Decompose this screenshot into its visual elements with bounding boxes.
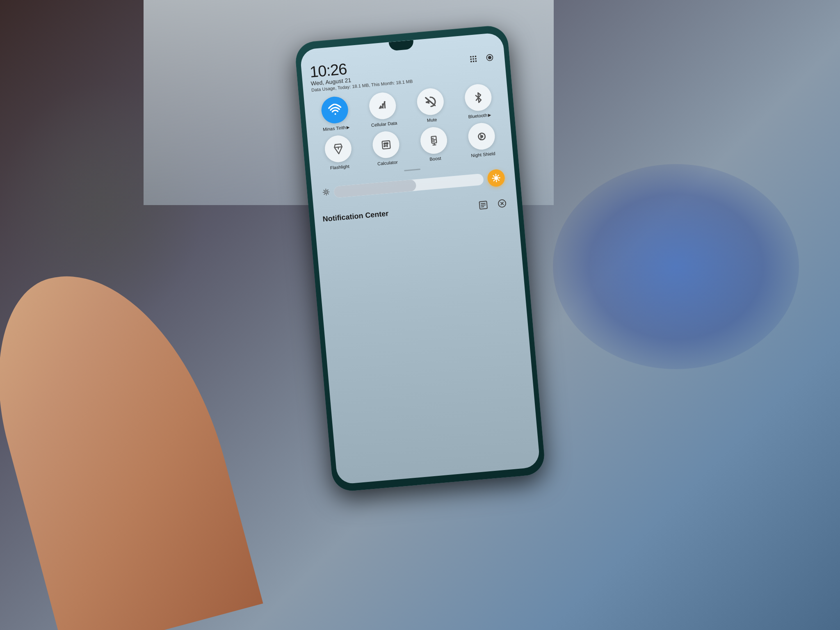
toggle-boost[interactable]: Boost: [411, 126, 457, 163]
svg-rect-3: [470, 59, 472, 60]
cellular-toggle-circle[interactable]: [368, 91, 397, 120]
calculator-toggle-circle[interactable]: + × ÷ -: [372, 130, 400, 159]
toggle-wifi[interactable]: Minas Tirith ▶: [312, 95, 358, 132]
svg-line-50: [498, 180, 499, 180]
toggle-mute[interactable]: Mute: [408, 87, 454, 124]
svg-rect-0: [470, 56, 472, 58]
nightshield-label: Night Shield: [471, 151, 495, 158]
toggle-grid: Minas Tirith ▶ Cellular Data: [312, 82, 505, 171]
toggle-calculator[interactable]: + × ÷ - Calculator: [363, 130, 409, 167]
phone-wrapper: 10:26 Wed, August 21 Data Usage, Today: …: [294, 24, 546, 492]
svg-point-35: [325, 191, 328, 194]
status-icons: [466, 50, 497, 66]
phone-body: 10:26 Wed, August 21 Data Usage, Today: …: [294, 24, 546, 492]
svg-line-55: [481, 205, 485, 205]
screen-content: 10:26 Wed, August 21 Data Usage, Today: …: [300, 32, 541, 484]
flashlight-label: Flashlight: [330, 164, 349, 170]
brightness-max-button[interactable]: [487, 169, 506, 187]
svg-line-51: [494, 180, 495, 181]
svg-point-10: [488, 56, 491, 59]
cellular-label: Cellular Data: [371, 121, 397, 128]
record-icon-button[interactable]: [483, 50, 497, 65]
mute-label: Mute: [427, 117, 437, 123]
notification-actions: [476, 196, 510, 213]
calculator-label: Calculator: [377, 160, 398, 166]
wifi-label: Minas Tirith: [323, 125, 346, 132]
time-left: 10:26 Wed, August 21 Data Usage, Today: …: [309, 50, 469, 92]
svg-line-41: [328, 194, 329, 194]
toggle-cellular[interactable]: Cellular Data: [360, 91, 406, 128]
svg-line-54: [481, 203, 485, 204]
brightness-low-icon: [322, 188, 330, 198]
svg-rect-2: [475, 56, 477, 57]
notification-list-icon-button[interactable]: [476, 198, 491, 213]
flashlight-toggle-circle[interactable]: [324, 135, 352, 163]
bluetooth-label: Bluetooth: [468, 112, 487, 119]
boost-label: Boost: [429, 156, 441, 162]
svg-rect-6: [470, 61, 472, 62]
svg-point-11: [334, 113, 336, 114]
notification-clear-icon-button[interactable]: [495, 196, 510, 211]
bg-blue-right: [553, 164, 799, 369]
svg-rect-8: [475, 60, 477, 62]
svg-line-28: [433, 145, 436, 145]
brightness-fill: [333, 179, 417, 198]
toggle-flashlight[interactable]: Flashlight: [315, 134, 361, 171]
boost-toggle-circle[interactable]: [419, 126, 448, 155]
svg-point-44: [495, 176, 498, 180]
svg-line-56: [482, 207, 484, 207]
svg-line-43: [327, 190, 328, 191]
svg-rect-7: [473, 61, 475, 62]
svg-line-30: [432, 139, 435, 140]
svg-line-52: [498, 175, 499, 176]
wifi-toggle-circle[interactable]: [320, 96, 349, 124]
brightness-track[interactable]: [333, 173, 484, 198]
nightshield-toggle-circle[interactable]: [467, 122, 496, 151]
svg-line-49: [493, 176, 494, 176]
svg-rect-5: [475, 58, 477, 59]
notification-header: Notification Center: [322, 196, 509, 226]
toggle-bluetooth[interactable]: Bluetooth ▶: [456, 82, 502, 120]
svg-rect-4: [472, 58, 474, 60]
wifi-chevron: ▶: [347, 125, 350, 130]
grid-icon-button[interactable]: [466, 52, 481, 66]
toggle-nightshield[interactable]: Night Shield: [459, 121, 505, 159]
mute-toggle-circle[interactable]: [416, 87, 445, 116]
notification-center-title: Notification Center: [322, 209, 389, 224]
bluetooth-toggle-circle[interactable]: [464, 83, 493, 112]
separator: [404, 169, 420, 171]
phone-screen: 10:26 Wed, August 21 Data Usage, Today: …: [300, 32, 541, 484]
svg-rect-1: [472, 56, 474, 57]
svg-line-40: [324, 190, 324, 191]
svg-line-42: [324, 194, 325, 194]
bluetooth-chevron: ▶: [488, 112, 491, 117]
